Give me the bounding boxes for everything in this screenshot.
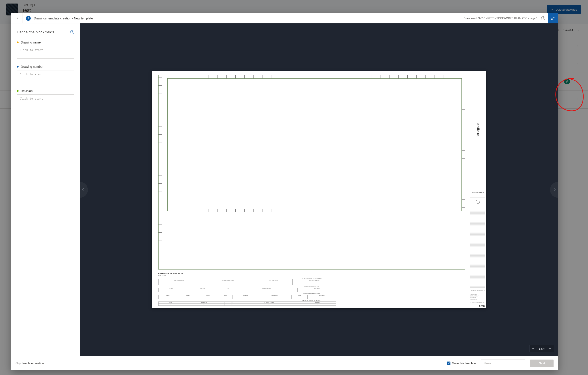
revision-field[interactable]: Click to start	[17, 94, 74, 107]
upload-drawings-label: Upload drawings	[556, 8, 577, 11]
field-dot-icon	[17, 90, 19, 92]
zoom-value: 13%	[537, 347, 546, 350]
schedule-table: MARKDEPTHWIDTHTOPBOTTOMADDITIONALLIGSREM…	[158, 295, 336, 299]
fullscreen-button[interactable]	[548, 13, 558, 23]
next-button-label: Next	[539, 362, 545, 365]
panel-help-button[interactable]: ?	[70, 30, 74, 34]
overflow-icon[interactable]: ⋮	[575, 61, 580, 66]
sheet-desc: RETENTION WORKS PLAN	[470, 302, 485, 303]
drawing-viewer[interactable]: RETENTION WORKS PLAN SCALE 1:100 RETENTI…	[80, 23, 558, 356]
plan-title: RETENTION WORKS PLAN	[158, 273, 465, 275]
save-template-label: Save this template	[452, 362, 476, 365]
zoom-in-button[interactable]: ＋	[546, 346, 554, 351]
step-number: 2	[28, 17, 29, 20]
back-button[interactable]	[13, 16, 22, 20]
chevron-left-icon	[17, 17, 19, 20]
panel-title: Define title block fields	[17, 30, 54, 34]
field-label-drawing-name: Drawing name	[21, 41, 41, 44]
fields-panel: Define title block fields ? Drawing name…	[11, 23, 80, 356]
chevron-left-icon	[81, 188, 85, 192]
chevron-right-icon	[553, 188, 557, 192]
plus-icon: ＋	[551, 8, 554, 11]
next-button[interactable]: Next	[530, 360, 554, 367]
checkbox-checked-icon	[447, 362, 451, 365]
edit-badge[interactable]	[564, 79, 570, 84]
modal-header: 2 Drawings template creation - New templ…	[11, 13, 558, 23]
modal-footer: Skip template creation Save this templat…	[11, 356, 558, 370]
project-info: DRAWBOARD DEVELOPMENT 1 PAGE ST MELBOURN…	[470, 294, 485, 300]
overflow-icon[interactable]: ⋮	[575, 79, 580, 84]
schedule-table: MARKTHICKNESSFCREINFORCEMENTREMARKS—————	[158, 302, 336, 306]
schedule-table: MARKPIER SIZETLREINFORCEMENTREMARKS—————	[158, 288, 336, 292]
revision-lines	[470, 207, 485, 288]
question-icon: ?	[72, 31, 73, 33]
question-icon: ?	[543, 17, 544, 20]
overflow-icon[interactable]: ⋮	[575, 97, 580, 102]
pager-next-icon[interactable]: ›	[576, 28, 580, 32]
field-label-drawing-number: Drawing number	[21, 65, 43, 68]
sheet-title-block: brogue DRAWBOARD NOT FOR CONSTRUCTION DR…	[469, 71, 486, 308]
pager-label: 1-4 of 4	[564, 29, 573, 32]
drawing-sheet: RETENTION WORKS PLAN SCALE 1:100 RETENTI…	[152, 71, 486, 308]
nfc-label: NOT FOR CONSTRUCTION	[470, 289, 485, 292]
drawing-number-field[interactable]: Click to start	[17, 70, 74, 83]
schedule-table: RETENTION ZONEPILE AND PILE SPACINGCAPPI…	[158, 279, 336, 285]
viewer-next-button[interactable]	[550, 182, 558, 198]
template-creation-modal: 2 Drawings template creation - New templ…	[11, 13, 558, 370]
svg-line-0	[553, 17, 554, 19]
skip-template-link[interactable]: Skip template creation	[15, 362, 44, 365]
brand-logo: brogue	[470, 73, 485, 187]
expand-icon	[551, 16, 555, 20]
field-label-revision: Revision	[21, 89, 33, 93]
viewer-prev-button[interactable]	[80, 182, 88, 198]
org-name: Test Org 1	[23, 3, 35, 7]
schedule-title: CAPPING BEAM SCHEDULE	[158, 293, 465, 294]
zoom-control: − 13% ＋	[529, 345, 554, 352]
drawboard-logo: DRAWBOARD	[470, 189, 485, 197]
schedule-title: BORED PILE SCHEDULE	[158, 286, 465, 288]
schedule-title: SHOTCRETE WALL SCHEDULE	[158, 300, 465, 301]
schedule-title: RETENTION SYSTEM SCHEDULE	[158, 277, 465, 279]
zoom-out-button[interactable]: −	[529, 346, 537, 351]
plan-graphic	[158, 75, 465, 270]
save-template-checkbox[interactable]: Save this template	[447, 362, 476, 365]
drawing-name-field[interactable]: Click to start	[17, 46, 74, 59]
project-name: test	[23, 8, 35, 13]
step-badge: 2	[26, 16, 31, 21]
plan-scale: SCALE 1:100	[158, 275, 465, 276]
pencil-icon	[566, 80, 568, 83]
overflow-icon[interactable]: ⋮	[575, 43, 580, 48]
modal-title: Drawings template creation - New templat…	[34, 17, 93, 20]
field-dot-icon	[17, 66, 19, 68]
field-dot-icon	[17, 42, 19, 43]
sheet-number: S.010	[470, 304, 485, 307]
template-name-input[interactable]	[481, 360, 525, 367]
current-file-label: b_Drawboard_S-010 - RETENTION WORKS PLAN…	[461, 17, 538, 20]
north-arrow-icon	[470, 199, 485, 205]
help-button[interactable]: ?	[541, 16, 545, 20]
upload-drawings-button[interactable]: ＋ Upload drawings	[547, 5, 581, 14]
